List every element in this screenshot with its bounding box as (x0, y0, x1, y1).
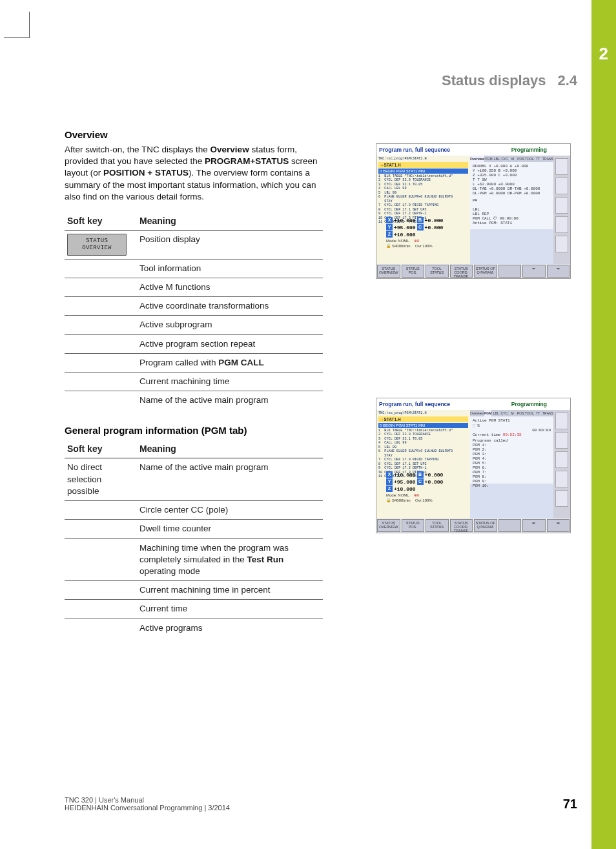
overview-table: Soft key Meaning STATUSOVERVIEW Position… (65, 212, 323, 409)
screenshot-pgm-tab: Program run, full sequence Programming T… (376, 398, 571, 533)
running-head: Status displays2.4 (442, 72, 577, 89)
page-number: 71 (563, 797, 577, 812)
pgm-heading: General program information (PGM tab) (65, 425, 323, 436)
col-meaning: Meaning (137, 212, 323, 230)
chapter-number: 2 (599, 44, 608, 64)
meaning-cell: Position display (137, 230, 323, 260)
softkey-status-overview: STATUSOVERVIEW (67, 234, 127, 256)
pgm-table: Soft key Meaning No direct selection pos… (65, 440, 323, 637)
screenshot-overview-tab: Program run, full sequence Programming T… (376, 143, 571, 279)
overview-paragraph: After switch-on, the TNC displays the Ov… (65, 144, 323, 203)
footer-text: TNC 320 | User's Manual HEIDENHAIN Conve… (65, 796, 230, 812)
overview-heading: Overview (65, 129, 323, 140)
col-softkey: Soft key (65, 212, 137, 230)
